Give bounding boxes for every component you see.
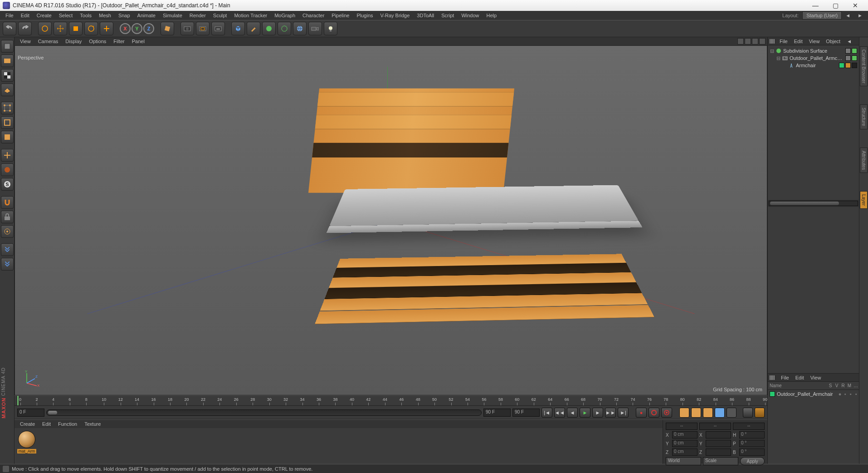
- snap-toggle-button[interactable]: [1, 196, 14, 209]
- tweak-mode-button[interactable]: [1, 225, 14, 238]
- next-frame-button[interactable]: ►: [592, 408, 603, 418]
- window-close-button[interactable]: ✕: [845, 0, 865, 11]
- layer-name-label[interactable]: Outdoor_Pallet_Armchair: [777, 391, 837, 397]
- menu-create[interactable]: Create: [33, 12, 55, 19]
- prev-key-button[interactable]: ◄◄: [554, 408, 565, 418]
- render-settings-button[interactable]: [211, 22, 225, 35]
- menu-mesh[interactable]: Mesh: [95, 12, 115, 19]
- goto-end-button[interactable]: ►|: [618, 408, 629, 418]
- viewport-menu-view[interactable]: View: [16, 38, 34, 44]
- viewport-nav-3[interactable]: [752, 38, 758, 44]
- pen-tool-button[interactable]: [247, 22, 260, 35]
- object-row[interactable]: ⊟L0Outdoor_Pallet_Armchair: [770, 54, 857, 62]
- object-tag[interactable]: [845, 63, 851, 68]
- menu-sculpt[interactable]: Sculpt: [210, 12, 231, 19]
- menu-edit[interactable]: Edit: [17, 12, 33, 19]
- dock-tab-layer[interactable]: Layer: [860, 191, 868, 209]
- material-menu-create[interactable]: Create: [16, 421, 39, 427]
- window-maximize-button[interactable]: ▢: [825, 0, 845, 11]
- render-region-button[interactable]: [196, 22, 210, 35]
- redo-button[interactable]: [18, 22, 32, 35]
- viewport-solo-button[interactable]: [1, 163, 14, 176]
- deformer-button[interactable]: [278, 22, 291, 35]
- rot-b-field[interactable]: 0 °: [739, 448, 765, 456]
- window-minimize-button[interactable]: —: [805, 0, 825, 11]
- dock-tab-structure[interactable]: Structure: [860, 104, 868, 129]
- camera-button[interactable]: [308, 22, 322, 35]
- prev-frame-button[interactable]: ◄: [567, 408, 578, 418]
- menu-simulate[interactable]: Simulate: [159, 12, 186, 19]
- menu-motion-tracker[interactable]: Motion Tracker: [230, 12, 271, 19]
- light-button[interactable]: [324, 22, 337, 35]
- viewport-menu-options[interactable]: Options: [85, 38, 110, 44]
- render-view-button[interactable]: [180, 22, 194, 35]
- menu-tools[interactable]: Tools: [76, 12, 95, 19]
- make-editable-button[interactable]: [1, 40, 14, 53]
- scale-tool[interactable]: [69, 22, 83, 35]
- menu-animate[interactable]: Animate: [134, 12, 159, 19]
- timeline-ruler[interactable]: 0246810121416182022242628303234363840424…: [15, 396, 767, 406]
- object-row[interactable]: ⊟Subdivision Surface: [770, 47, 857, 54]
- viewport-menu-display[interactable]: Display: [62, 38, 85, 44]
- material-menu-function[interactable]: Function: [54, 421, 81, 427]
- snap-settings-button[interactable]: S: [1, 178, 14, 191]
- keyframe-sel-button[interactable]: [661, 408, 672, 418]
- objmgr-menu-edit[interactable]: Edit: [793, 39, 804, 44]
- menu-file[interactable]: File: [2, 12, 17, 19]
- key-pla-toggle[interactable]: [727, 408, 736, 418]
- preview-end-field[interactable]: 90 F: [512, 409, 540, 417]
- layer-render-dot[interactable]: ▪: [848, 391, 853, 397]
- layer-color-swatch[interactable]: [770, 391, 775, 397]
- menu-script[interactable]: Script: [438, 12, 458, 19]
- menu-character[interactable]: Character: [299, 12, 328, 19]
- pos-z-field[interactable]: 0 cm: [672, 448, 697, 456]
- perspective-viewport[interactable]: Perspective: [15, 45, 767, 395]
- axis-y-toggle[interactable]: Y: [132, 23, 142, 34]
- points-mode-button[interactable]: [1, 102, 14, 114]
- move-tool[interactable]: [54, 22, 67, 35]
- playhead-marker[interactable]: [17, 396, 19, 406]
- key-pos-toggle[interactable]: [679, 408, 689, 418]
- object-manager-hscroll[interactable]: [769, 201, 858, 206]
- coord-mode-dropdown[interactable]: Scale: [703, 457, 738, 465]
- key-scale-toggle[interactable]: [691, 408, 701, 418]
- menu-snap[interactable]: Snap: [115, 12, 134, 19]
- layer-row[interactable]: Outdoor_Pallet_Armchair ● ▪ ▪ ▪: [768, 390, 859, 398]
- next-key-button[interactable]: ►►: [605, 408, 616, 418]
- expand-toggle[interactable]: ⊟: [776, 55, 780, 61]
- range-start-field[interactable]: 0 F: [17, 409, 44, 417]
- object-tag[interactable]: [852, 48, 857, 54]
- object-tag[interactable]: [852, 55, 857, 61]
- script-button-1[interactable]: [1, 243, 14, 256]
- goto-start-button[interactable]: |◄: [541, 408, 552, 418]
- locked-workplane-button[interactable]: [1, 211, 14, 223]
- viewport-menu-cameras[interactable]: Cameras: [34, 38, 62, 44]
- object-tag[interactable]: [852, 63, 857, 68]
- object-name-label[interactable]: Outdoor_Pallet_Armchair: [790, 55, 844, 61]
- dock-tab-content-browser[interactable]: Content Browser: [860, 46, 868, 86]
- polys-mode-button[interactable]: [1, 131, 14, 143]
- size-y-field[interactable]: [706, 440, 731, 447]
- material-item[interactable]: mat_Arm: [17, 431, 36, 453]
- menu-select[interactable]: Select: [55, 12, 77, 19]
- size-x-field[interactable]: [706, 431, 731, 439]
- rotate-tool[interactable]: [84, 22, 98, 35]
- dock-tab-attributes[interactable]: Attributes: [860, 148, 868, 173]
- viewport-nav-4[interactable]: [759, 38, 766, 44]
- objmgr-nav[interactable]: ◄: [845, 39, 853, 44]
- play-button[interactable]: ►: [580, 408, 590, 418]
- material-menu-edit[interactable]: Edit: [39, 421, 54, 427]
- coord-space-dropdown[interactable]: World: [666, 457, 701, 465]
- objmgr-menu-object[interactable]: Object: [824, 39, 842, 44]
- range-slider[interactable]: [46, 409, 482, 416]
- menu-help[interactable]: Help: [483, 12, 501, 19]
- axis-mode-button[interactable]: [1, 149, 14, 162]
- size-z-field[interactable]: [706, 448, 731, 456]
- attribute-manager[interactable]: [768, 207, 859, 373]
- pos-y-field[interactable]: 0 cm: [672, 440, 697, 447]
- key-param-toggle[interactable]: [715, 408, 725, 418]
- script-button-2[interactable]: [1, 258, 14, 271]
- expand-toggle[interactable]: ⊟: [770, 48, 774, 54]
- objmgr-menu-view[interactable]: View: [808, 39, 821, 44]
- viewport-menu-panel[interactable]: Panel: [128, 38, 148, 44]
